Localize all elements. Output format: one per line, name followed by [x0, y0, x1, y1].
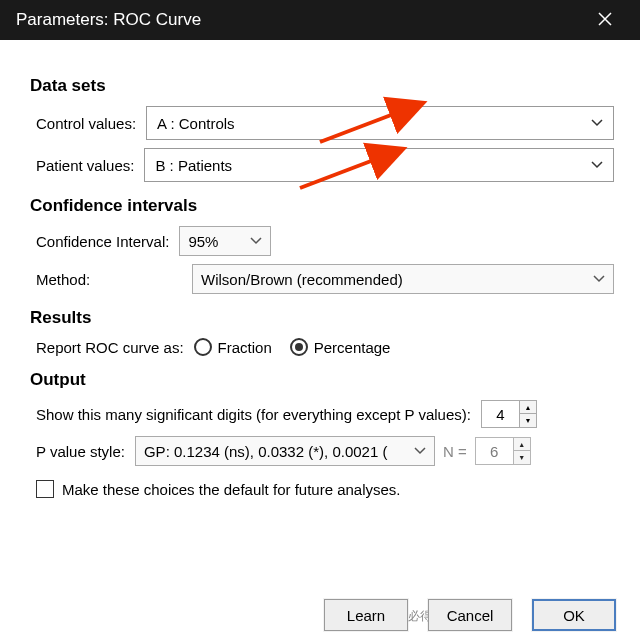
radio-fraction-label: Fraction	[218, 339, 272, 356]
radio-fraction[interactable]: Fraction	[194, 338, 272, 356]
chevron-down-icon	[591, 161, 603, 169]
method-label: Method:	[36, 271, 176, 288]
radio-percentage[interactable]: Percentage	[290, 338, 391, 356]
radio-icon	[290, 338, 308, 356]
section-datasets: Data sets	[30, 76, 614, 96]
default-label: Make these choices the default for futur…	[62, 481, 401, 498]
close-icon[interactable]	[586, 2, 624, 39]
n-equals-label: N =	[443, 443, 467, 460]
control-values-value: A : Controls	[157, 115, 235, 132]
pstyle-label: P value style:	[36, 443, 125, 460]
sigdig-value: 4	[482, 406, 519, 423]
n-spinner: 6 ▲▼	[475, 437, 531, 465]
section-confidence-intervals: Confidence intervals	[30, 196, 614, 216]
n-value: 6	[476, 443, 513, 460]
chevron-down-icon	[414, 447, 426, 455]
radio-percentage-label: Percentage	[314, 339, 391, 356]
pstyle-select[interactable]: GP: 0.1234 (ns), 0.0332 (*), 0.0021 (	[135, 436, 435, 466]
ci-label: Confidence Interval:	[36, 233, 169, 250]
radio-icon	[194, 338, 212, 356]
report-label: Report ROC curve as:	[36, 339, 184, 356]
up-arrow-icon: ▲	[514, 438, 530, 451]
chevron-down-icon	[593, 275, 605, 283]
control-values-select[interactable]: A : Controls	[146, 106, 614, 140]
down-arrow-icon: ▼	[514, 451, 530, 464]
sigdig-label: Show this many significant digits (for e…	[36, 406, 471, 423]
learn-button[interactable]: Learn	[324, 599, 408, 631]
patient-values-value: B : Patients	[155, 157, 232, 174]
patient-values-select[interactable]: B : Patients	[144, 148, 614, 182]
chevron-down-icon	[250, 237, 262, 245]
window-title: Parameters: ROC Curve	[16, 10, 201, 30]
down-arrow-icon[interactable]: ▼	[520, 414, 536, 427]
spinner-buttons[interactable]: ▲▼	[519, 401, 536, 427]
sigdig-spinner[interactable]: 4 ▲▼	[481, 400, 537, 428]
section-output: Output	[30, 370, 614, 390]
control-values-label: Control values:	[36, 115, 136, 132]
ci-value: 95%	[188, 233, 218, 250]
default-checkbox[interactable]	[36, 480, 54, 498]
section-results: Results	[30, 308, 614, 328]
ci-select[interactable]: 95%	[179, 226, 271, 256]
cancel-button[interactable]: Cancel	[428, 599, 512, 631]
pstyle-value: GP: 0.1234 (ns), 0.0332 (*), 0.0021 (	[144, 443, 387, 460]
chevron-down-icon	[591, 119, 603, 127]
method-select[interactable]: Wilson/Brown (recommended)	[192, 264, 614, 294]
spinner-buttons: ▲▼	[513, 438, 530, 464]
method-value: Wilson/Brown (recommended)	[201, 271, 403, 288]
window-titlebar: Parameters: ROC Curve	[0, 0, 640, 40]
patient-values-label: Patient values:	[36, 157, 134, 174]
ok-button[interactable]: OK	[532, 599, 616, 631]
up-arrow-icon[interactable]: ▲	[520, 401, 536, 414]
